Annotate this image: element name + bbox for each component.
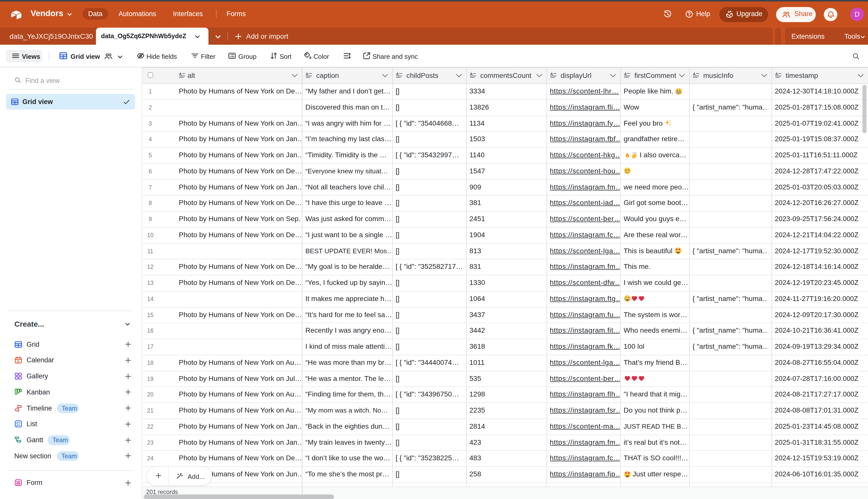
svg-text:31: 31 (17, 360, 20, 363)
